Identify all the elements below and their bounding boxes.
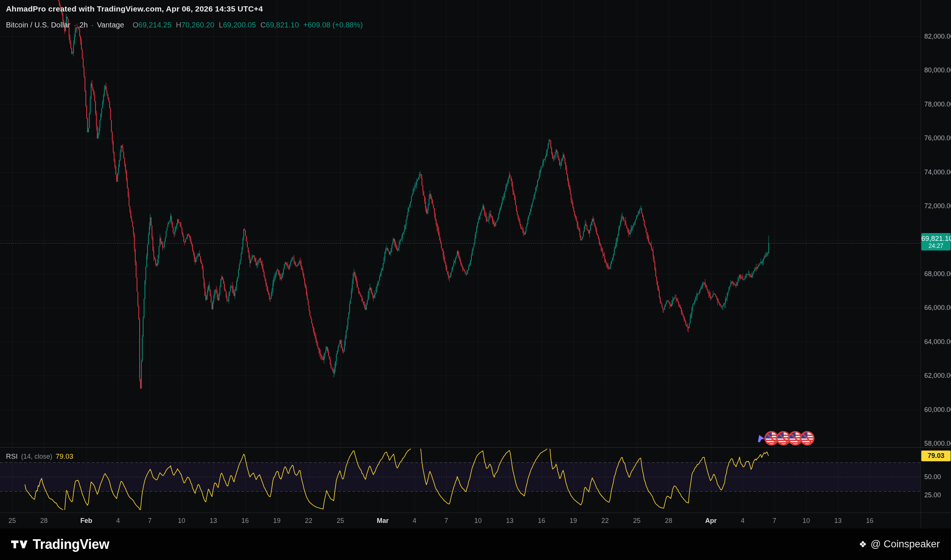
time-axis-label: 16 (241, 517, 249, 525)
tradingview-wordmark: TradingView (33, 537, 109, 552)
last-price-badge: 69,821.10 24:27 (921, 233, 951, 251)
price-axis-label: 58,000.00 (924, 440, 951, 447)
time-axis-label: 22 (305, 517, 312, 525)
symbol-title[interactable]: Bitcoin / U.S. Dollar (6, 21, 70, 29)
time-axis-label: 25 (9, 517, 16, 525)
time-axis-label: 25 (633, 517, 641, 525)
provider-label: Vantage (97, 21, 124, 29)
tradingview-brand-link[interactable]: TradingView (11, 537, 109, 552)
open-label: O (133, 21, 139, 29)
low-value: 69,200.05 (223, 21, 256, 29)
price-axis-label: 78,000.00 (924, 101, 951, 108)
time-axis-label: 16 (538, 517, 545, 525)
high-value: 70,260.20 (181, 21, 215, 29)
time-axis-label: 22 (601, 517, 609, 525)
legend-separator: · (91, 21, 94, 29)
change-value: +609.08 (+0.88%) (304, 21, 363, 29)
time-axis-label: 4 (116, 517, 120, 525)
time-axis-label: 13 (834, 517, 842, 525)
price-axis-label: 76,000.00 (924, 134, 951, 142)
price-axis-label: 80,000.00 (924, 66, 951, 74)
open-value: 69,214.25 (139, 21, 171, 29)
price-axis-label: 64,000.00 (924, 338, 951, 346)
pane-separator[interactable] (0, 447, 951, 448)
time-axis-label: 4 (741, 517, 744, 525)
price-axis-label: 62,000.00 (924, 372, 951, 379)
time-axis-label: 7 (773, 517, 777, 525)
price-axis-label: 72,000.00 (924, 202, 951, 210)
price-axis-label: 68,000.00 (924, 270, 951, 278)
high-label: H (176, 21, 181, 29)
rsi-axis-label: 50.00 (924, 473, 941, 481)
interval-label[interactable]: 2h (79, 21, 88, 29)
rsi-params: (14, close) (21, 453, 52, 460)
rsi-value-badge: 79.03 (921, 451, 951, 461)
rsi-label: RSI (6, 452, 18, 460)
time-axis-label: 13 (506, 517, 513, 525)
time-axis-label: 10 (474, 517, 482, 525)
symbol-legend[interactable]: Bitcoin / U.S. Dollar · 2h · Vantage O69… (6, 21, 363, 29)
time-axis-label: 16 (866, 517, 873, 525)
price-axis-label: 60,000.00 (924, 406, 951, 414)
coinspeaker-credit: ❖ @ Coinspeaker (859, 538, 940, 550)
rsi-legend[interactable]: RSI (14, close) 79.03 (6, 452, 73, 460)
flag-sticker-icon[interactable] (800, 431, 815, 446)
time-axis-label: 13 (210, 517, 217, 525)
time-axis-label: 7 (444, 517, 448, 525)
rsi-last-value: 79.03 (56, 452, 74, 460)
time-axis-label: 10 (803, 517, 810, 525)
time-axis-label: 25 (337, 517, 344, 525)
time-axis-label: 10 (178, 517, 185, 525)
price-axis-label: 82,000.00 (924, 33, 951, 40)
time-axis-label: 28 (665, 517, 672, 525)
last-price-value: 69,821.10 (921, 235, 951, 243)
chart-stickers[interactable] (756, 431, 815, 446)
legend-separator: · (74, 21, 76, 29)
footer-bar: TradingView ❖ @ Coinspeaker (0, 528, 951, 560)
coinspeaker-logo-icon: ❖ (859, 540, 867, 549)
close-label: C (260, 21, 266, 29)
time-axis-label: 4 (413, 517, 417, 525)
time-axis-label: Mar (377, 517, 389, 525)
time-axis-label: 19 (570, 517, 577, 525)
coinspeaker-credit-text: @ Coinspeaker (871, 538, 940, 550)
time-axis[interactable]: 2528Feb47101316192225Mar4710131619222528… (0, 513, 920, 528)
rsi-axis-label: 25.00 (924, 491, 941, 499)
close-value: 69,821.10 (266, 21, 299, 29)
chart-area[interactable]: AhmadPro created with TradingView.com, A… (0, 0, 951, 528)
price-axis[interactable]: 25.0050.0058,000.0060,000.0062,000.0064,… (921, 0, 951, 513)
tradingview-snapshot: AhmadPro created with TradingView.com, A… (0, 0, 951, 560)
watermark: AhmadPro created with TradingView.com, A… (6, 5, 263, 13)
time-axis-label: 19 (273, 517, 281, 525)
time-axis-label: 7 (148, 517, 151, 525)
tradingview-logo-icon (11, 538, 28, 551)
price-axis-label: 66,000.00 (924, 304, 951, 311)
ohlc-values: O69,214.25 H70,260.20 L69,200.05 C69,821… (133, 21, 363, 29)
time-axis-label: Apr (705, 517, 716, 525)
price-axis-label: 74,000.00 (924, 168, 951, 176)
low-label: L (219, 21, 223, 29)
time-axis-label: 28 (40, 517, 48, 525)
bar-countdown: 24:27 (921, 243, 951, 249)
time-axis-label: Feb (80, 517, 92, 525)
